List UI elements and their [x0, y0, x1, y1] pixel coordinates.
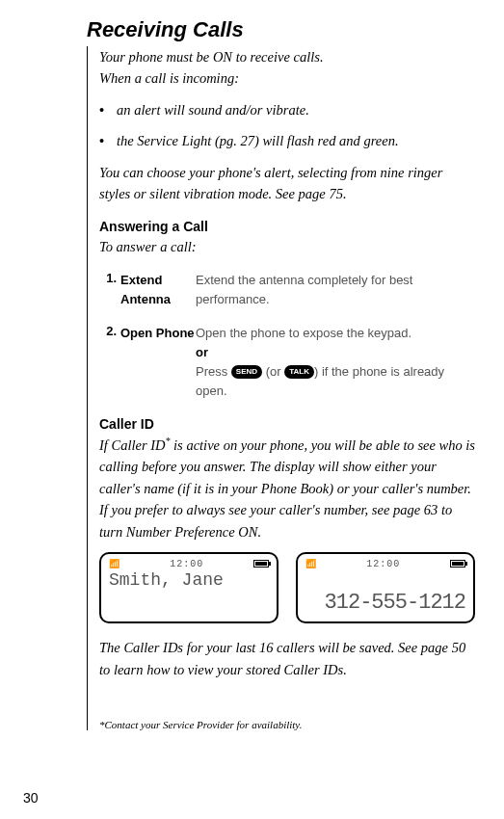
step-description: Open the phone to expose the keypad. or … [196, 324, 475, 402]
bullet-dot-icon: • [99, 99, 117, 120]
display-time: 12:00 [366, 559, 400, 569]
bullet-text: an alert will sound and/or vibrate. [117, 99, 309, 120]
step-list: 1. Extend Antenna Extend the antenna com… [99, 271, 475, 401]
section-heading: Receiving Calls [87, 17, 475, 42]
display-caller-name: Smith, Jane [109, 570, 269, 590]
signal-icon: 📶 [109, 559, 120, 568]
bullet-item: • an alert will sound and/or vibrate. [99, 99, 475, 120]
send-key-icon: SEND [231, 365, 262, 379]
phone-display-number: 📶 12:00 312-555-1212 [296, 552, 475, 623]
battery-icon [253, 560, 269, 568]
talk-key-icon: TALK [284, 365, 314, 379]
display-time: 12:00 [170, 559, 203, 569]
footnote: *Contact your Service Provider for avail… [99, 719, 475, 730]
bullet-dot-icon: • [99, 130, 117, 151]
bullet-item: • the Service Light (pg. 27) will flash … [99, 130, 475, 151]
answering-heading: Answering a Call [99, 219, 475, 234]
battery-icon [450, 560, 465, 568]
step-description: Extend the antenna completely for best p… [196, 271, 475, 309]
step-desc-or: or [196, 343, 475, 362]
step-desc-line2b: (or [262, 364, 284, 379]
display-statusbar: 📶 12:00 [305, 558, 465, 569]
intro-paragraph: You can choose your phone's alert, selec… [99, 162, 475, 205]
step-row: 1. Extend Antenna Extend the antenna com… [99, 271, 475, 309]
step-number: 2. [99, 324, 120, 402]
intro-line-1: Your phone must be ON to receive calls. [99, 46, 475, 67]
signal-icon: 📶 [305, 559, 317, 568]
step-row: 2. Open Phone Open the phone to expose t… [99, 324, 475, 402]
step-number: 1. [99, 271, 120, 309]
phone-display-name: 📶 12:00 Smith, Jane [99, 552, 279, 623]
callerid-tail: The Caller IDs for your last 16 callers … [99, 637, 475, 680]
page-number: 30 [23, 790, 39, 806]
bullet-list: • an alert will sound and/or vibrate. • … [99, 99, 475, 152]
step-desc-line1: Open the phone to expose the keypad. [196, 326, 411, 340]
step-label: Extend Antenna [120, 271, 196, 309]
callerid-body: If Caller ID* is active on your phone, y… [99, 434, 475, 542]
step-label: Open Phone [120, 324, 196, 402]
step-desc-line2a: Press [196, 364, 231, 379]
bullet-text: the Service Light (pg. 27) will flash re… [117, 130, 399, 151]
answering-lead: To answer a call: [99, 236, 475, 257]
display-caller-number: 312-555-1212 [305, 591, 465, 615]
asterisk-icon: * [165, 436, 170, 446]
callerid-heading: Caller ID [99, 416, 475, 432]
intro-line-2: When a call is incoming: [99, 67, 475, 89]
section-content: Your phone must be ON to receive calls. … [87, 46, 475, 730]
display-statusbar: 📶 12:00 [109, 558, 269, 569]
phone-displays: 📶 12:00 Smith, Jane 📶 12:00 312-555-1212 [99, 552, 475, 623]
